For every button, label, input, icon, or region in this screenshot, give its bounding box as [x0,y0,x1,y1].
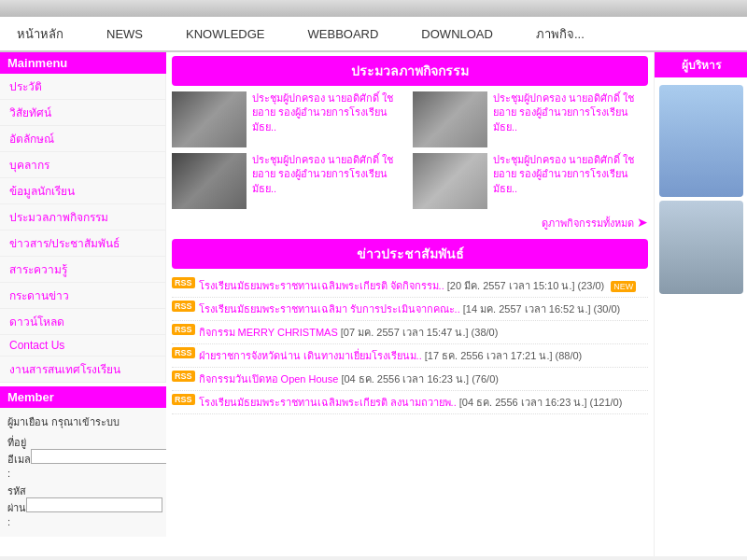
admin-photo-1 [659,85,743,197]
password-field[interactable] [26,497,162,512]
nav-knowledge[interactable]: KNOWLEDGE [178,22,273,46]
right-sidebar-content [655,77,747,301]
news-meta-1: [20 มีค. 2557 เวลา 15:10 น.] (23/0) [447,280,605,291]
top-nav: หน้าหลัก NEWS KNOWLEDGE WEBBOARD DOWNLOA… [0,17,747,52]
nav-download[interactable]: DOWNLOAD [414,22,500,46]
news-item-4: RSS ฝ่ายราชการจังหวัดน่าน เดินทางมาเยี่ย… [172,344,648,368]
sidebar-menu: ประวัติ วิสัยทัศน์ อัตลักษณ์ บุคลากร ข้อ… [0,74,166,383]
photo-caption-1: ประชุมผู้ปกครอง นายอดิศักดิ์ ใชยอาย รองผ… [252,91,407,134]
sidebar-item-board[interactable]: กระดานข่าว [0,283,165,309]
news-item-6: RSS โรงเรียนมัธยมพระราชทานเฉลิมพระเกียรต… [172,391,648,414]
right-sidebar: ผู้บริหาร [654,52,747,556]
view-all-container: ดูภาพกิจกรรมทั้งหมด ➤ [172,215,648,231]
news-item-5: RSS กิจกรรมวันเปิดหอ Open House [04 ธค. … [172,368,648,391]
photo-section-header: ประมวลภาพกิจกรรม [172,56,648,86]
news-meta-4: [17 ธค. 2556 เวลา 17:21 น.] (88/0) [425,350,583,361]
sidebar-item-knowledge[interactable]: สาระความรู้ [0,257,165,283]
news-section-header: ข่าวประชาสัมพันธ์ [172,239,648,269]
member-section: ผู้มาเยือน กรุณาเข้าระบบ ที่อยู่อีเมล : … [0,408,166,537]
sidebar-item-students[interactable]: ข้อมูลนักเรียน [0,178,165,204]
view-all-link[interactable]: ดูภาพกิจกรรมทั้งหมด [542,217,634,229]
sidebar-item-news[interactable]: ข่าวสาร/ประชาสัมพันธ์ [0,231,165,257]
nav-news[interactable]: NEWS [99,22,150,46]
main-wrapper: Mainmenu ประวัติ วิสัยทัศน์ อัตลักษณ์ บุ… [0,52,747,556]
photo-grid: ประชุมผู้ปกครอง นายอดิศักดิ์ ใชยอาย รองผ… [172,91,648,209]
news-text-5: กิจกรรมวันเปิดหอ Open House [04 ธค. 2556… [199,371,499,387]
photo-item-4: ประชุมผู้ปกครอง นายอดิศักดิ์ ใชยอาย รองผ… [413,153,648,209]
view-all-arrow-icon: ➤ [637,215,648,230]
photo-item-3: ประชุมผู้ปกครอง นายอดิศักดิ์ ใชยอาย รองผ… [172,153,407,209]
photo-caption-4: ประชุมผู้ปกครอง นายอดิศักดิ์ ใชยอาย รองผ… [493,153,648,196]
photo-item-1: ประชุมผู้ปกครอง นายอดิศักดิ์ ใชยอาย รองผ… [172,91,407,147]
admin-photo-2 [659,201,743,294]
rss-icon-4: RSS [172,347,195,358]
email-field[interactable] [31,449,167,464]
sidebar-item-gallery[interactable]: ประมวลภาพกิจกรรม [0,204,165,231]
photo-caption-2: ประชุมผู้ปกครอง นายอดิศักดิ์ ใชยอาย รองผ… [493,91,648,134]
news-link-2[interactable]: โรงเรียนมัธยมพระราชทานเฉลิมา รับการประเม… [199,303,460,315]
sidebar-item-ict[interactable]: งานสารสนเทศโรงเรียน [0,357,165,383]
rss-icon-5: RSS [172,371,195,382]
rss-icon-6: RSS [172,394,195,405]
sidebar-item-contact[interactable]: Contact Us [0,335,165,357]
photo-item-2: ประชุมผู้ปกครอง นายอดิศักดิ์ ใชยอาย รองผ… [413,91,648,147]
news-meta-2: [14 มค. 2557 เวลา 16:52 น.] (30/0) [463,303,621,315]
news-meta-6: [04 ธค. 2556 เวลา 16:23 น.] (121/0) [459,397,623,408]
news-link-3[interactable]: กิจกรรม MERRY CHRISTMAS [199,327,338,338]
email-label: ที่อยู่อีเมล : [7,434,31,479]
member-login-label: ผู้มาเยือน กรุณาเข้าระบบ [7,413,159,430]
top-banner [0,0,747,17]
mainmenu-title: Mainmenu [0,52,166,74]
photo-thumb-4[interactable] [413,153,487,209]
rss-icon-1: RSS [172,277,195,288]
news-item-1: RSS โรงเรียนมัธยมพระราชทานเฉลิมพระเกียรต… [172,274,648,298]
news-item-2: RSS โรงเรียนมัธยมพระราชทานเฉลิมา รับการป… [172,298,648,321]
news-link-4[interactable]: ฝ่ายราชการจังหวัดน่าน เดินทางมาเยี่ยมโรง… [199,350,422,361]
photo-thumb-1[interactable] [172,91,247,147]
news-text-1: โรงเรียนมัธยมพระราชทานเฉลิมพระเกียรติ จั… [199,277,637,294]
rss-icon-2: RSS [172,301,195,312]
sidebar-item-download[interactable]: ดาวน์โหลด [0,309,165,335]
photo-caption-3: ประชุมผู้ปกครอง นายอดิศักดิ์ ใชยอาย รองผ… [252,153,407,196]
news-link-1[interactable]: โรงเรียนมัธยมพระราชทานเฉลิมพระเกียรติ จั… [199,280,444,291]
nav-photos[interactable]: ภาพกิจ... [529,20,592,49]
password-label: รหัสผ่าน : [7,483,26,527]
nav-webboard[interactable]: WEBBOARD [301,22,387,46]
password-row: รหัสผ่าน : [7,483,159,527]
news-list: RSS โรงเรียนมัธยมพระราชทานเฉลิมพระเกียรต… [172,274,648,414]
news-text-6: โรงเรียนมัธยมพระราชทานเฉลิมพระเกียรติ ลง… [199,394,623,411]
center-content: ประมวลภาพกิจกรรม ประชุมผู้ปกครอง นายอดิศ… [166,52,654,556]
sidebar-item-identity[interactable]: อัตลักษณ์ [0,126,165,152]
left-sidebar: Mainmenu ประวัติ วิสัยทัศน์ อัตลักษณ์ บุ… [0,52,166,556]
right-sidebar-title: ผู้บริหาร [655,52,747,77]
news-meta-3: [07 มค. 2557 เวลา 15:47 น.] (38/0) [341,327,499,338]
photo-thumb-2[interactable] [413,91,487,147]
photo-thumb-3[interactable] [172,153,247,209]
new-badge-1: NEW [611,281,636,292]
news-link-5[interactable]: กิจกรรมวันเปิดหอ Open House [199,373,339,385]
news-item-3: RSS กิจกรรม MERRY CHRISTMAS [07 มค. 2557… [172,321,648,344]
sidebar-item-history[interactable]: ประวัติ [0,74,165,100]
sidebar-item-personnel[interactable]: บุคลากร [0,152,165,178]
news-meta-5: [04 ธค. 2556 เวลา 16:23 น.] (76/0) [341,373,499,385]
nav-home[interactable]: หน้าหลัก [9,20,71,49]
email-row: ที่อยู่อีเมล : [7,434,159,479]
news-text-4: ฝ่ายราชการจังหวัดน่าน เดินทางมาเยี่ยมโรง… [199,347,583,364]
news-text-3: กิจกรรม MERRY CHRISTMAS [07 มค. 2557 เวล… [199,324,499,341]
news-text-2: โรงเรียนมัธยมพระราชทานเฉลิมา รับการประเม… [199,301,621,317]
sidebar-item-vision[interactable]: วิสัยทัศน์ [0,100,165,126]
member-title: Member [0,386,166,408]
rss-icon-3: RSS [172,324,195,335]
news-link-6[interactable]: โรงเรียนมัธยมพระราชทานเฉลิมพระเกียรติ ลง… [199,397,457,408]
